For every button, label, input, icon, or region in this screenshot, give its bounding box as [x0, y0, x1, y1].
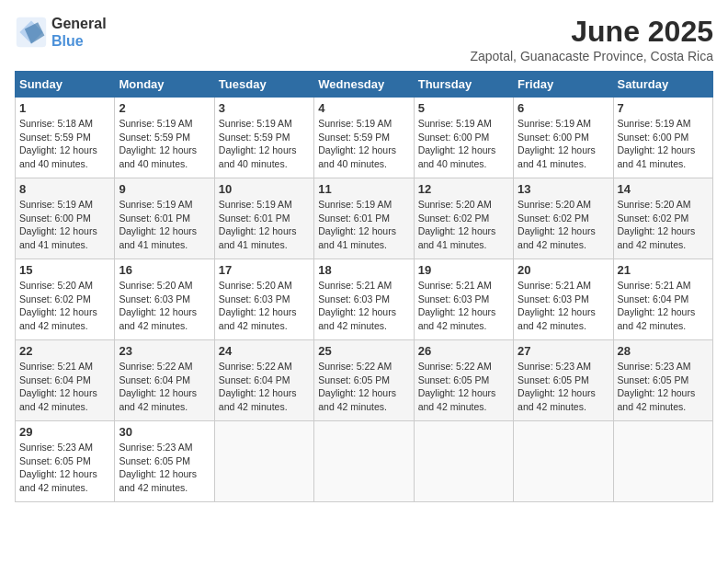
calendar-table: SundayMondayTuesdayWednesdayThursdayFrid… [15, 71, 713, 502]
day-info: Sunrise: 5:20 AMSunset: 6:03 PMDaylight:… [119, 279, 210, 333]
day-number: 9 [119, 182, 210, 196]
calendar-week-row: 1Sunrise: 5:18 AMSunset: 5:59 PMDaylight… [16, 98, 713, 178]
calendar-cell: 1Sunrise: 5:18 AMSunset: 5:59 PMDaylight… [16, 98, 115, 178]
calendar-cell: 7Sunrise: 5:19 AMSunset: 6:00 PMDaylight… [613, 98, 712, 178]
day-number: 17 [219, 263, 310, 277]
weekday-header: Saturday [613, 72, 712, 98]
calendar-cell [613, 421, 712, 502]
day-info: Sunrise: 5:19 AMSunset: 6:00 PMDaylight:… [518, 117, 609, 171]
day-info: Sunrise: 5:19 AMSunset: 5:59 PMDaylight:… [318, 117, 409, 171]
calendar-cell: 16Sunrise: 5:20 AMSunset: 6:03 PMDayligh… [115, 259, 214, 340]
calendar-week-row: 8Sunrise: 5:19 AMSunset: 6:00 PMDaylight… [16, 178, 713, 259]
calendar-subtitle: Zapotal, Guanacaste Province, Costa Rica [470, 49, 713, 63]
day-info: Sunrise: 5:23 AMSunset: 6:05 PMDaylight:… [19, 441, 110, 495]
day-info: Sunrise: 5:23 AMSunset: 6:05 PMDaylight:… [618, 360, 709, 414]
day-info: Sunrise: 5:22 AMSunset: 6:05 PMDaylight:… [318, 360, 409, 414]
logo: General Blue [15, 15, 107, 50]
day-number: 4 [318, 101, 409, 115]
day-number: 12 [418, 182, 509, 196]
calendar-cell: 13Sunrise: 5:20 AMSunset: 6:02 PMDayligh… [514, 178, 613, 259]
day-number: 28 [618, 344, 709, 358]
calendar-cell: 2Sunrise: 5:19 AMSunset: 5:59 PMDaylight… [115, 98, 214, 178]
calendar-cell: 26Sunrise: 5:22 AMSunset: 6:05 PMDayligh… [414, 340, 513, 421]
day-info: Sunrise: 5:19 AMSunset: 6:00 PMDaylight:… [418, 117, 509, 171]
day-number: 7 [618, 101, 709, 115]
calendar-cell: 3Sunrise: 5:19 AMSunset: 5:59 PMDaylight… [214, 98, 313, 178]
calendar-cell: 24Sunrise: 5:22 AMSunset: 6:04 PMDayligh… [214, 340, 313, 421]
weekday-header: Tuesday [214, 72, 313, 98]
calendar-cell: 30Sunrise: 5:23 AMSunset: 6:05 PMDayligh… [115, 421, 214, 502]
day-info: Sunrise: 5:19 AMSunset: 6:00 PMDaylight:… [19, 198, 110, 252]
day-number: 23 [119, 344, 210, 358]
calendar-cell: 17Sunrise: 5:20 AMSunset: 6:03 PMDayligh… [214, 259, 313, 340]
weekday-header: Sunday [16, 72, 115, 98]
day-info: Sunrise: 5:19 AMSunset: 5:59 PMDaylight:… [219, 117, 310, 171]
page-header: General Blue June 2025 Zapotal, Guanacas… [15, 15, 713, 63]
calendar-cell [314, 421, 414, 502]
day-info: Sunrise: 5:20 AMSunset: 6:02 PMDaylight:… [618, 198, 709, 252]
calendar-cell: 5Sunrise: 5:19 AMSunset: 6:00 PMDaylight… [414, 98, 513, 178]
calendar-cell: 23Sunrise: 5:22 AMSunset: 6:04 PMDayligh… [115, 340, 214, 421]
calendar-week-row: 29Sunrise: 5:23 AMSunset: 6:05 PMDayligh… [16, 421, 713, 502]
day-info: Sunrise: 5:20 AMSunset: 6:02 PMDaylight:… [19, 279, 110, 333]
day-info: Sunrise: 5:21 AMSunset: 6:04 PMDaylight:… [618, 279, 709, 333]
day-number: 8 [19, 182, 110, 196]
calendar-week-row: 22Sunrise: 5:21 AMSunset: 6:04 PMDayligh… [16, 340, 713, 421]
day-info: Sunrise: 5:21 AMSunset: 6:03 PMDaylight:… [518, 279, 609, 333]
day-number: 25 [318, 344, 409, 358]
calendar-cell: 29Sunrise: 5:23 AMSunset: 6:05 PMDayligh… [16, 421, 115, 502]
logo-icon [15, 16, 48, 49]
day-number: 10 [219, 182, 310, 196]
calendar-cell: 27Sunrise: 5:23 AMSunset: 6:05 PMDayligh… [514, 340, 613, 421]
title-block: June 2025 Zapotal, Guanacaste Province, … [470, 15, 713, 63]
weekday-header: Wednesday [314, 72, 414, 98]
calendar-cell: 22Sunrise: 5:21 AMSunset: 6:04 PMDayligh… [16, 340, 115, 421]
day-number: 29 [19, 425, 110, 439]
day-number: 14 [618, 182, 709, 196]
day-number: 6 [518, 101, 609, 115]
weekday-header: Thursday [414, 72, 513, 98]
day-info: Sunrise: 5:20 AMSunset: 6:03 PMDaylight:… [219, 279, 310, 333]
day-number: 24 [219, 344, 310, 358]
day-number: 3 [219, 101, 310, 115]
day-info: Sunrise: 5:19 AMSunset: 6:01 PMDaylight:… [119, 198, 210, 252]
day-info: Sunrise: 5:22 AMSunset: 6:05 PMDaylight:… [418, 360, 509, 414]
day-info: Sunrise: 5:19 AMSunset: 5:59 PMDaylight:… [119, 117, 210, 171]
day-number: 19 [418, 263, 509, 277]
day-info: Sunrise: 5:19 AMSunset: 6:00 PMDaylight:… [618, 117, 709, 171]
day-info: Sunrise: 5:21 AMSunset: 6:03 PMDaylight:… [318, 279, 409, 333]
day-number: 18 [318, 263, 409, 277]
day-info: Sunrise: 5:22 AMSunset: 6:04 PMDaylight:… [119, 360, 210, 414]
calendar-cell [214, 421, 313, 502]
day-info: Sunrise: 5:21 AMSunset: 6:03 PMDaylight:… [418, 279, 509, 333]
day-number: 2 [119, 101, 210, 115]
day-info: Sunrise: 5:20 AMSunset: 6:02 PMDaylight:… [418, 198, 509, 252]
calendar-cell: 6Sunrise: 5:19 AMSunset: 6:00 PMDaylight… [514, 98, 613, 178]
calendar-cell: 4Sunrise: 5:19 AMSunset: 5:59 PMDaylight… [314, 98, 414, 178]
weekday-header: Friday [514, 72, 613, 98]
day-number: 1 [19, 101, 110, 115]
calendar-cell: 20Sunrise: 5:21 AMSunset: 6:03 PMDayligh… [514, 259, 613, 340]
calendar-cell: 8Sunrise: 5:19 AMSunset: 6:00 PMDaylight… [16, 178, 115, 259]
calendar-cell: 12Sunrise: 5:20 AMSunset: 6:02 PMDayligh… [414, 178, 513, 259]
day-info: Sunrise: 5:22 AMSunset: 6:04 PMDaylight:… [219, 360, 310, 414]
day-info: Sunrise: 5:18 AMSunset: 5:59 PMDaylight:… [19, 117, 110, 171]
day-number: 20 [518, 263, 609, 277]
day-number: 22 [19, 344, 110, 358]
day-number: 15 [19, 263, 110, 277]
day-info: Sunrise: 5:20 AMSunset: 6:02 PMDaylight:… [518, 198, 609, 252]
day-number: 21 [618, 263, 709, 277]
calendar-cell: 15Sunrise: 5:20 AMSunset: 6:02 PMDayligh… [16, 259, 115, 340]
calendar-cell: 28Sunrise: 5:23 AMSunset: 6:05 PMDayligh… [613, 340, 712, 421]
calendar-title: June 2025 [470, 15, 713, 49]
calendar-cell [514, 421, 613, 502]
day-number: 13 [518, 182, 609, 196]
weekday-header: Monday [115, 72, 214, 98]
calendar-cell: 10Sunrise: 5:19 AMSunset: 6:01 PMDayligh… [214, 178, 313, 259]
calendar-cell: 11Sunrise: 5:19 AMSunset: 6:01 PMDayligh… [314, 178, 414, 259]
calendar-cell: 18Sunrise: 5:21 AMSunset: 6:03 PMDayligh… [314, 259, 414, 340]
day-info: Sunrise: 5:21 AMSunset: 6:04 PMDaylight:… [19, 360, 110, 414]
day-number: 16 [119, 263, 210, 277]
calendar-cell: 14Sunrise: 5:20 AMSunset: 6:02 PMDayligh… [613, 178, 712, 259]
day-number: 26 [418, 344, 509, 358]
